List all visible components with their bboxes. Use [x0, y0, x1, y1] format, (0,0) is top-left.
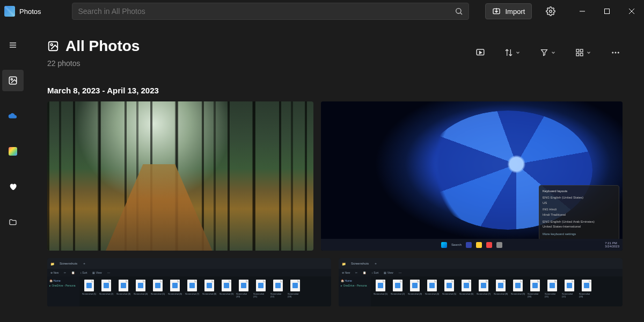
file-item: Screenshot (7) [476, 280, 491, 303]
photo-thumbnail[interactable] [47, 101, 313, 251]
grid-icon [575, 48, 584, 57]
keyboard-layout-overlay: Keyboard layouts ENG English (United Sta… [539, 185, 619, 241]
nav-onedrive[interactable] [2, 105, 24, 127]
file-item: Screenshot (7) [185, 280, 200, 303]
file-item: Screenshot (4) [425, 280, 440, 303]
search-input[interactable] [78, 7, 455, 16]
file-item: Screenshot (10) [528, 280, 543, 303]
svg-rect-16 [576, 49, 579, 52]
sort-icon [504, 48, 513, 57]
more-icon [611, 48, 620, 57]
file-item: Screenshot (12) [562, 280, 577, 303]
file-item: Screenshot (3) [116, 280, 131, 303]
svg-point-22 [618, 52, 619, 54]
slideshow-icon [475, 48, 485, 57]
close-button[interactable] [619, 3, 644, 20]
folder-icon [9, 218, 17, 226]
search-box[interactable] [72, 3, 469, 20]
filter-icon [540, 48, 548, 57]
file-item: Screenshot (9) [219, 280, 234, 303]
photo-count-label: 22 photos [47, 59, 140, 68]
settings-button[interactable] [543, 3, 559, 19]
taskbar-in-screenshot: Search 7:21 PM3/24/2023 [321, 239, 623, 251]
import-icon [492, 7, 501, 16]
file-item: Screenshot (2) [390, 280, 405, 303]
file-grid: Screenshot (1)Screenshot (2)Screenshot (… [371, 276, 623, 306]
file-item: Screenshot (10) [236, 280, 251, 303]
hamburger-button[interactable] [2, 34, 24, 56]
more-button[interactable] [609, 46, 623, 60]
file-item: Screenshot (11) [545, 280, 560, 303]
file-item: Screenshot (8) [202, 280, 217, 303]
minimize-button[interactable] [570, 3, 595, 20]
gear-icon [546, 6, 555, 16]
sort-button[interactable] [502, 46, 523, 59]
file-grid: Screenshot (1)Screenshot (2)Screenshot (… [79, 276, 331, 306]
cloud-icon [8, 113, 18, 119]
file-item: Screenshot (3) [407, 280, 422, 303]
photo-thumbnail[interactable]: Keyboard layouts ENG English (United Sta… [321, 101, 623, 251]
svg-line-1 [460, 13, 462, 14]
file-item: Screenshot (6) [459, 280, 474, 303]
filter-button[interactable] [538, 46, 558, 59]
svg-rect-5 [605, 9, 610, 14]
app-icon [4, 6, 15, 17]
file-item: Screenshot (8) [493, 280, 508, 303]
slideshow-button[interactable] [473, 46, 487, 60]
svg-point-12 [11, 78, 12, 80]
svg-point-14 [50, 43, 53, 46]
file-item: Screenshot (9) [510, 280, 525, 303]
maximize-button[interactable] [595, 3, 619, 20]
chevron-down-icon [515, 50, 521, 55]
svg-rect-19 [580, 53, 583, 56]
file-item: Screenshot (4) [133, 280, 148, 303]
page-title-icon [47, 40, 59, 52]
file-item: Screenshot (13) [579, 280, 594, 303]
nav-all-photos[interactable] [2, 70, 24, 91]
photo-icon [8, 76, 18, 85]
app-title: Photos [19, 8, 41, 16]
photo-thumbnail[interactable]: 📁Screenshots＋ ⊕ New✂📋↕ Sort▦ View⋯ 🏠 Hom… [339, 258, 623, 306]
svg-rect-17 [580, 49, 583, 52]
svg-rect-18 [576, 53, 579, 56]
view-layout-button[interactable] [573, 46, 594, 59]
search-icon [455, 7, 463, 16]
heart-icon [9, 182, 17, 191]
svg-point-0 [456, 9, 461, 13]
icloud-icon [9, 147, 17, 156]
chevron-down-icon [551, 50, 556, 55]
file-item: Screenshot (13) [288, 280, 303, 303]
file-item: Screenshot (1) [373, 280, 388, 303]
file-item: Screenshot (1) [82, 280, 97, 303]
date-group-header: March 8, 2023 - April 13, 2023 [47, 86, 623, 95]
nav-icloud[interactable] [2, 141, 24, 162]
chevron-down-icon [586, 50, 591, 55]
import-label: Import [505, 8, 525, 16]
file-item: Screenshot (5) [442, 280, 457, 303]
file-item: Screenshot (2) [99, 280, 114, 303]
svg-point-21 [615, 52, 617, 54]
import-button[interactable]: Import [485, 3, 532, 19]
nav-folders[interactable] [2, 211, 24, 233]
sidebar [0, 23, 26, 322]
page-title: All Photos [65, 38, 140, 55]
file-item: Screenshot (5) [150, 280, 165, 303]
file-item: Screenshot (12) [270, 280, 286, 303]
file-item: Screenshot (11) [253, 280, 268, 303]
nav-favorites[interactable] [2, 176, 24, 197]
file-item: Screenshot (6) [167, 280, 182, 303]
photo-thumbnail[interactable]: 📁Screenshots＋ ⊕ New✂📋↕ Sort▦ View⋯ 🏠 Hom… [47, 258, 331, 306]
svg-point-20 [612, 52, 613, 54]
svg-point-3 [550, 10, 552, 13]
